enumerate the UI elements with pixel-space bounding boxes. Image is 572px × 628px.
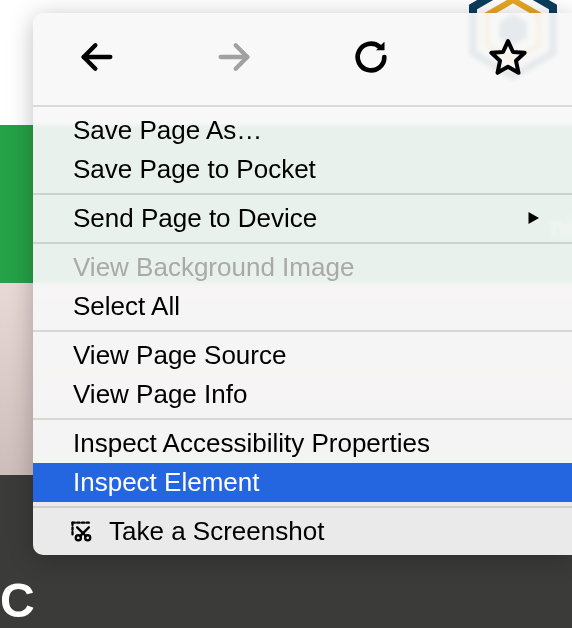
- svg-marker-5: [491, 41, 524, 73]
- nav-toolbar: [33, 13, 572, 105]
- menu-group-send: Send Page to Device: [33, 195, 572, 242]
- menu-label: Take a Screenshot: [109, 516, 542, 547]
- bookmark-star-icon[interactable]: [488, 37, 528, 81]
- forward-icon: [214, 37, 254, 81]
- menu-label: View Background Image: [73, 252, 542, 283]
- menu-label: Select All: [73, 291, 542, 322]
- menu-item-view-info[interactable]: View Page Info: [33, 375, 572, 414]
- menu-item-inspect-accessibility[interactable]: Inspect Accessibility Properties: [33, 424, 572, 463]
- menu-label: View Page Source: [73, 340, 542, 371]
- menu-item-inspect-element[interactable]: Inspect Element: [33, 463, 572, 502]
- menu-label: Save Page to Pocket: [73, 154, 542, 185]
- page-text-fragment-bottom: C: [0, 573, 35, 628]
- menu-item-save-page-as[interactable]: Save Page As…: [33, 111, 572, 150]
- screenshot-scissors-icon: [69, 518, 97, 546]
- menu-item-select-all[interactable]: Select All: [33, 287, 572, 326]
- submenu-arrow-icon: [524, 203, 542, 234]
- menu-group-screenshot: Take a Screenshot: [33, 508, 572, 555]
- menu-label: Send Page to Device: [73, 203, 524, 234]
- menu-label: View Page Info: [73, 379, 542, 410]
- reload-icon[interactable]: [351, 37, 391, 81]
- menu-item-send-to-device[interactable]: Send Page to Device: [33, 199, 572, 238]
- context-menu: Save Page As… Save Page to Pocket Send P…: [33, 13, 572, 555]
- menu-group-inspect: Inspect Accessibility Properties Inspect…: [33, 420, 572, 506]
- svg-marker-6: [529, 212, 540, 224]
- menu-group-save: Save Page As… Save Page to Pocket: [33, 107, 572, 193]
- menu-item-take-screenshot[interactable]: Take a Screenshot: [33, 512, 572, 551]
- menu-item-view-source[interactable]: View Page Source: [33, 336, 572, 375]
- menu-group-view: View Background Image Select All: [33, 244, 572, 330]
- menu-item-save-to-pocket[interactable]: Save Page to Pocket: [33, 150, 572, 189]
- menu-label: Inspect Element: [73, 467, 542, 498]
- back-icon[interactable]: [77, 37, 117, 81]
- menu-item-view-bg-image: View Background Image: [33, 248, 572, 287]
- menu-group-source: View Page Source View Page Info: [33, 332, 572, 418]
- menu-label: Inspect Accessibility Properties: [73, 428, 542, 459]
- menu-label: Save Page As…: [73, 115, 542, 146]
